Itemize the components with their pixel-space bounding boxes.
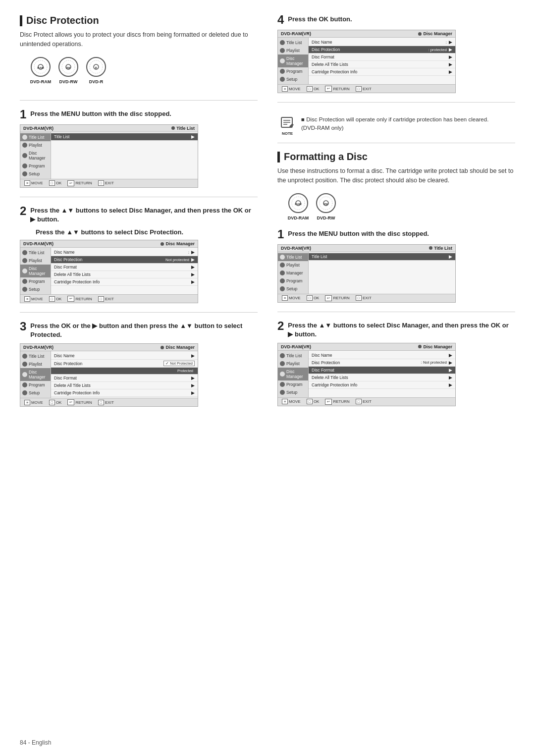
disc-format-arrow-2: ▶ [191, 265, 195, 270]
s4-icon3 [280, 58, 285, 63]
format-dvd-rw-label: DVD-RW [317, 216, 335, 220]
note-label-text: NOTE [282, 131, 293, 136]
menu-bottom-2: ≡ MOVE □ OK ↩ RETURN □ EXIT [20, 294, 198, 303]
delete-titles-arrow-4: ▶ [449, 62, 452, 67]
exit-btn-f1: □ EXIT [356, 295, 372, 301]
format-dvd-ram-svg: RAM [287, 192, 309, 214]
ok-btn-f1: □ OK [307, 295, 320, 301]
menu-sidebar-4: Title List Playlist Disc Manager Program [278, 38, 309, 84]
page-footer: 84 - English [20, 739, 51, 746]
menu-content-1: Title List ▶ [51, 132, 198, 179]
exit-btn-f2: □ EXIT [356, 399, 372, 405]
dot-icon-2 [160, 242, 164, 246]
move-btn-1: ≡ MOVE [24, 180, 43, 186]
ok-btn-4: □ OK [307, 86, 320, 92]
menu-step3: DVD-RAM(VR) Disc Manager Title List Play… [20, 343, 198, 407]
dvd-ram-label: DVD-RAM [30, 79, 52, 84]
menu-row-disc-protection-2: Disc Protection Not protected ▶ [51, 256, 198, 264]
delete-titles-label-4: Delete All Title Lists [312, 62, 348, 67]
disc-protection-label-3: Disc Protection [54, 361, 82, 366]
menu-left-label-4: DVD-RAM(VR) [281, 31, 311, 36]
dvd-rw-svg: RW [57, 56, 79, 78]
sidebar-3-title-list: Title List [20, 352, 51, 360]
move-btn-f2: ≡ MOVE [282, 399, 301, 405]
ok-btn-f2: □ OK [307, 399, 320, 405]
menu-sidebar-2: Title List Playlist Disc Manager Program [20, 248, 51, 294]
menu-row-cartridge-2: Cartridge Protection Info ▶ [51, 278, 198, 286]
step-3-text: Press the OK or the ▶ button and then pr… [30, 322, 258, 339]
sidebar-item-playlist-1: Playlist [20, 141, 51, 149]
dvd-rw-label: DVD-RW [59, 79, 78, 84]
left-step-3: 3 Press the OK or the ▶ button and then … [20, 322, 258, 416]
note-main-text: Disc Protection will operate only if car… [301, 116, 488, 131]
menu-row-disc-format-f2: Disc Format ▶ [309, 367, 455, 374]
menu-left-label-2: DVD-RAM(VR) [23, 241, 54, 246]
menu-body-4: Title List Playlist Disc Manager Program [278, 38, 455, 84]
disc-name-label-4: Disc Name [312, 40, 332, 45]
menu-row-disc-name-f2: Disc Name ▶ [309, 352, 455, 359]
sidebar-f1-manager: Manager [278, 269, 308, 277]
menu-row-protected-3: Protected [51, 368, 198, 375]
menu-left-label-f2: DVD-RAM(VR) [281, 344, 311, 349]
disc-name-arrow-3: ▶ [191, 353, 195, 358]
note-square: ■ [301, 116, 306, 122]
menu-row-title-list-1: Title List ▶ [51, 133, 198, 141]
disc-protection-heading: Disc Protection [26, 15, 99, 26]
dvd-r-label: DVD-R [89, 79, 104, 84]
menu-sidebar-f2: Title List Playlist Disc Manager Program [278, 351, 309, 397]
menu-content-2: Disc Name : ▶ Disc Protection Not protec… [51, 248, 198, 294]
dvd-r-icon: R DVD-R [85, 56, 107, 84]
menu-row-cartridge-3: Cartridge Protection Info ▶ [51, 389, 198, 397]
menu-sidebar-1: Title List Playlist Disc Manager Program [20, 132, 51, 179]
format-step-1: 1 Press the MENU button with the disc st… [277, 229, 515, 312]
menu-right-label-4: Disc Manager [418, 31, 452, 36]
return-btn-f2: ↩ RETURN [325, 399, 349, 405]
formatting-title: Formatting a Disc [277, 151, 515, 162]
right-step-4-header: 4 Press the OK button. [277, 15, 515, 26]
sidebar-icon-3 [22, 153, 27, 158]
disc-protection-label-f2: Disc Protection [312, 360, 340, 365]
sf1-icon3 [280, 270, 285, 275]
format-dvd-ram-label: DVD-RAM [288, 216, 309, 220]
format-step-1-header: 1 Press the MENU button with the disc st… [277, 229, 515, 240]
step-2-text-block: Press the ▲▼ buttons to select Disc Mana… [30, 206, 258, 224]
dot-icon-f2 [418, 345, 422, 348]
menu-row-cartridge-f2: Cartridge Protection Info ▶ [309, 381, 455, 389]
cartridge-label-2: Cartridge Protection Info [54, 279, 100, 284]
menu-row-cartridge-4: Cartridge Protection Info ▶ [309, 68, 455, 76]
dot-icon-f1 [429, 246, 432, 250]
note-icon-area: NOTE [277, 115, 297, 136]
step-2-main-text: Press the ▲▼ buttons to select Disc Mana… [30, 206, 258, 224]
left-step-2-header: 2 Press the ▲▼ buttons to select Disc Ma… [20, 206, 258, 224]
disc-protection-desc: Disc Protect allows you to protect your … [20, 30, 258, 49]
s2-icon1 [22, 250, 27, 255]
disc-name-label-2: Disc Name [54, 250, 75, 255]
dot-icon-3 [160, 346, 164, 349]
menu-row-disc-name-2: Disc Name : ▶ [51, 249, 198, 256]
menu-bottom-f1: ≡ MOVE □ OK ↩ RETURN □ EXIT [278, 294, 455, 302]
exit-btn-1: □ EXIT [98, 180, 114, 186]
s3-icon4 [22, 382, 27, 387]
formatting-title-bar [277, 152, 280, 162]
move-btn-2: ≡ MOVE [24, 296, 43, 302]
disc-format-label-4: Disc Format [312, 54, 334, 59]
dvd-ram-icon: RAM DVD-RAM [30, 56, 52, 84]
s2-icon5 [22, 287, 27, 292]
menu-sidebar-3: Title List Playlist Disc Manager Program [20, 351, 51, 398]
menu-row-disc-name-3: Disc Name ▶ [51, 352, 198, 360]
cartridge-arrow-3: ▶ [191, 390, 195, 395]
s4-icon4 [280, 69, 285, 74]
disc-name-label-f2: Disc Name [312, 353, 332, 358]
footer-text: 84 - English [20, 739, 51, 746]
menu-row-title-list-f1: Title List ▶ [309, 253, 455, 261]
title-bar-decoration [20, 15, 22, 26]
left-step-3-header: 3 Press the OK or the ▶ button and then … [20, 322, 258, 339]
title-list-label-f1: Title List [312, 254, 327, 259]
protected-badge-text: Protected [176, 369, 195, 373]
return-btn-2: ↩ RETURN [67, 296, 92, 302]
cartridge-label-3: Cartridge Protection Info [54, 390, 100, 395]
menu-top-bar-f1: DVD-RAM(VR) Title List [278, 245, 455, 252]
note-text-content: ■ Disc Protection will operate only if c… [301, 115, 515, 133]
cartridge-arrow-4: ▶ [449, 69, 452, 74]
disc-name-right-4: : ▶ [446, 40, 452, 45]
